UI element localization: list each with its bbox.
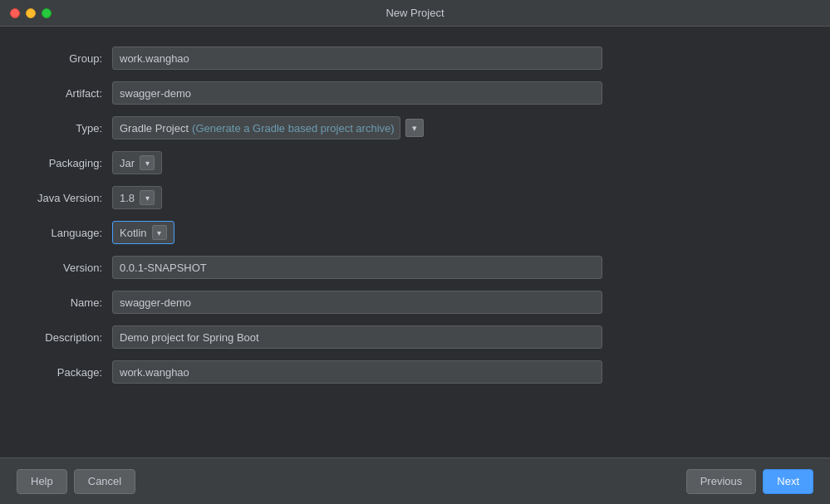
language-row: Language: Kotlin (25, 221, 805, 244)
description-input[interactable] (112, 325, 602, 349)
package-row: Package: (25, 360, 805, 384)
group-label: Group: (25, 52, 112, 65)
package-input[interactable] (112, 360, 602, 384)
footer: Help Cancel Previous Next (0, 458, 830, 504)
type-select[interactable]: Gradle Project (Generate a Gradle based … (112, 116, 400, 139)
description-row: Description: (25, 325, 805, 349)
packaging-select[interactable]: Jar (112, 151, 162, 174)
next-button[interactable]: Next (763, 469, 813, 494)
window-title: New Project (386, 7, 444, 19)
package-label: Package: (25, 366, 112, 379)
java-version-select[interactable]: 1.8 (112, 186, 162, 209)
packaging-row: Packaging: Jar (25, 151, 805, 174)
java-version-label: Java Version: (25, 192, 112, 204)
type-dropdown-arrow[interactable] (405, 119, 424, 137)
version-row: Version: (25, 256, 805, 279)
minimize-button[interactable] (26, 8, 36, 18)
footer-right-buttons: Previous Next (686, 469, 813, 494)
group-row: Group: (25, 46, 805, 70)
name-input[interactable] (112, 291, 602, 314)
footer-left-buttons: Help Cancel (17, 469, 135, 494)
cancel-button[interactable]: Cancel (74, 469, 135, 494)
name-label: Name: (25, 296, 112, 309)
type-description: (Generate a Gradle based project archive… (192, 122, 395, 135)
type-row: Type: Gradle Project (Generate a Gradle … (25, 116, 805, 139)
java-version-value: 1.8 (120, 192, 135, 204)
main-content: Group: Artifact: Type: Gradle Project (G… (0, 27, 830, 412)
maximize-button[interactable] (42, 8, 52, 18)
name-row: Name: (25, 291, 805, 314)
language-select[interactable]: Kotlin (112, 221, 174, 244)
java-version-row: Java Version: 1.8 (25, 186, 805, 209)
packaging-value: Jar (120, 157, 135, 169)
version-input[interactable] (112, 256, 602, 279)
title-bar: New Project (0, 0, 830, 27)
language-dropdown-arrow[interactable] (152, 225, 167, 240)
type-label: Type: (25, 122, 112, 135)
group-input[interactable] (112, 46, 602, 70)
version-label: Version: (25, 262, 112, 274)
java-version-dropdown-arrow[interactable] (140, 190, 155, 205)
artifact-label: Artifact: (25, 87, 112, 100)
artifact-input[interactable] (112, 81, 602, 105)
packaging-label: Packaging: (25, 157, 112, 169)
language-label: Language: (25, 227, 112, 239)
type-value: Gradle Project (120, 122, 189, 135)
help-button[interactable]: Help (17, 469, 67, 494)
artifact-row: Artifact: (25, 81, 805, 105)
packaging-dropdown-arrow[interactable] (140, 155, 155, 170)
language-value: Kotlin (120, 227, 147, 239)
close-button[interactable] (10, 8, 20, 18)
description-label: Description: (25, 331, 112, 344)
window-controls (10, 8, 52, 18)
previous-button[interactable]: Previous (686, 469, 757, 494)
